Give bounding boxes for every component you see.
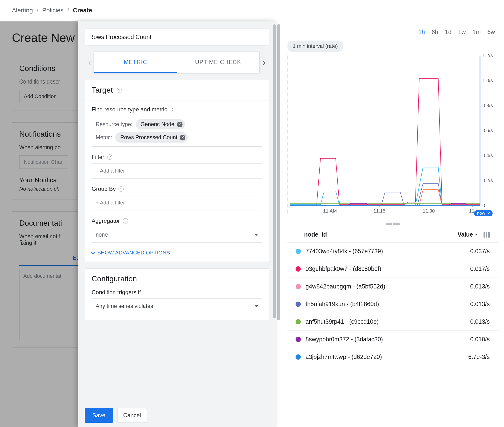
svg-text:11 AM: 11 AM	[323, 208, 337, 214]
legend-swatch	[295, 319, 301, 324]
legend-row[interactable]: g4w842baupgqm - (a5bf552d)0.013/s	[287, 278, 499, 295]
svg-text:0.4/s: 0.4/s	[482, 153, 493, 158]
panel-footer: Save Cancel	[78, 404, 276, 427]
resource-type-value: Generic Node	[141, 121, 174, 128]
panel-scrollbar[interactable]	[273, 24, 276, 427]
time-range-6w[interactable]: 6w	[487, 29, 495, 36]
time-range-1w[interactable]: 1w	[458, 29, 466, 36]
remove-chip-icon[interactable]: ✕	[177, 122, 182, 127]
condition-triggers-select[interactable]: Any time series violates	[92, 298, 262, 314]
crumb-create: Create	[73, 7, 92, 14]
configuration-card: Configuration Condition triggers if Any …	[85, 268, 269, 320]
modal-backdrop	[0, 21, 78, 427]
legend-swatch	[295, 284, 301, 289]
legend-col-value[interactable]: Value	[458, 231, 478, 238]
interval-chip: 1 min interval (rate)	[287, 41, 343, 52]
target-card: Target ? Find resource type and metric ?…	[85, 80, 269, 262]
time-range-selector: 1h6h1d1w1m6w	[287, 26, 499, 41]
chart-area[interactable]: 1.2/s1.0/s0.8/s0.6/s0.4/s0.2/s011 AM11:1…	[287, 53, 499, 215]
svg-text:1.2/s: 1.2/s	[482, 53, 493, 58]
time-range-1d[interactable]: 1d	[445, 29, 452, 36]
time-range-1m[interactable]: 1m	[472, 29, 481, 36]
breadcrumb: Alerting / Policies / Create	[0, 0, 504, 19]
legend-value: 0.010/s	[470, 336, 490, 343]
legend-swatch	[295, 337, 301, 342]
svg-text:11:30: 11:30	[423, 208, 435, 214]
tab-uptime-check[interactable]: UPTIME CHECK	[177, 52, 259, 73]
svg-text:11:15: 11:15	[373, 208, 385, 214]
legend-row[interactable]: 8swypbbr0m372 - (3dafac30)0.010/s	[287, 331, 499, 348]
legend-node: fh5ufah919kun - (b4f2860d)	[306, 301, 470, 307]
caret-down-icon	[255, 305, 258, 307]
legend-row[interactable]: 77403wq4ty84k - (657e7739)0.037/s	[287, 243, 499, 260]
help-icon[interactable]: ?	[107, 154, 112, 160]
chart-scrollbar[interactable]	[277, 24, 280, 320]
group-by-label: Group By	[92, 186, 116, 192]
sort-desc-icon	[475, 234, 478, 235]
close-icon[interactable]: ✕	[487, 211, 490, 216]
drag-handle-icon[interactable]: ▬▬	[287, 219, 499, 226]
column-config-icon[interactable]	[483, 232, 490, 237]
legend-row[interactable]: fh5ufah919kun - (b4f2860d)0.013/s	[287, 295, 499, 313]
condition-panel: ‹ METRIC UPTIME CHECK › Target ? Find re…	[78, 21, 276, 427]
legend-swatch	[295, 249, 301, 254]
time-range-6h[interactable]: 6h	[432, 29, 438, 36]
aggregator-value: none	[96, 232, 108, 238]
line-chart: 1.2/s1.0/s0.8/s0.6/s0.4/s0.2/s011 AM11:1…	[288, 53, 499, 215]
now-pill[interactable]: now ✕	[474, 210, 493, 216]
metric-selector[interactable]: Resource type: Generic Node ✕ Metric: Ro…	[92, 116, 262, 147]
help-icon[interactable]: ?	[119, 186, 124, 192]
cancel-button[interactable]: Cancel	[117, 408, 147, 423]
help-icon[interactable]: ?	[123, 218, 128, 223]
tab-nav-prev[interactable]: ‹	[85, 58, 94, 68]
filter-input[interactable]	[92, 163, 262, 178]
crumb-alerting[interactable]: Alerting	[12, 7, 33, 14]
legend-rows: 77403wq4ty84k - (657e7739)0.037/s03guhbf…	[287, 243, 499, 366]
chevron-down-icon	[91, 250, 95, 254]
resource-type-key: Resource type:	[96, 121, 133, 128]
svg-text:0.6/s: 0.6/s	[482, 128, 493, 133]
legend-value: 0.013/s	[470, 318, 490, 325]
tab-nav-next[interactable]: ›	[259, 58, 269, 68]
condition-triggers-label: Condition triggers if	[92, 289, 141, 296]
legend-swatch	[295, 266, 301, 272]
tab-metric[interactable]: METRIC	[94, 52, 177, 73]
legend-swatch	[295, 302, 301, 307]
legend-header: node_id Value	[287, 226, 499, 243]
metric-value: Rows Processed Count	[120, 134, 177, 141]
crumb-sep: /	[37, 7, 38, 14]
show-advanced-options-link[interactable]: SHOW ADVANCED OPTIONS	[92, 250, 262, 256]
now-label: now	[477, 211, 485, 216]
legend-value: 0.037/s	[470, 248, 490, 255]
legend-value: 0.013/s	[470, 301, 490, 307]
help-icon[interactable]: ?	[117, 88, 122, 93]
legend-row[interactable]: anf5hut39rp41 - (c9ccd10e)0.013/s	[287, 313, 499, 331]
legend-value: 6.7e-3/s	[468, 353, 490, 360]
filter-label: Filter	[92, 154, 104, 160]
crumb-policies[interactable]: Policies	[42, 7, 64, 14]
legend-value: 0.017/s	[470, 265, 490, 272]
svg-text:0: 0	[482, 203, 485, 208]
crumb-sep: /	[67, 7, 69, 14]
legend-row[interactable]: a3jpjzh7mtwwp - (d62de720)6.7e-3/s	[287, 348, 499, 366]
aggregator-select[interactable]: none	[92, 227, 262, 243]
svg-text:0.2/s: 0.2/s	[482, 178, 493, 183]
find-metric-label: Find resource type and metric	[92, 106, 167, 113]
legend-node: a3jpjzh7mtwwp - (d62de720)	[306, 353, 468, 360]
metric-key: Metric:	[96, 134, 112, 141]
legend-row[interactable]: 03guhbfpak0w7 - (d8c80bef)0.017/s	[287, 260, 499, 278]
condition-name-input[interactable]	[85, 29, 269, 46]
remove-chip-icon[interactable]: ✕	[180, 135, 185, 140]
chart-pane: 1h6h1d1w1m6w 1 min interval (rate) 1.2/s…	[276, 21, 504, 427]
legend-col-node[interactable]: node_id	[304, 231, 458, 238]
configuration-heading: Configuration	[92, 274, 137, 283]
condition-triggers-value: Any time series violates	[96, 303, 153, 309]
group-by-input[interactable]	[92, 195, 262, 210]
time-range-1h[interactable]: 1h	[418, 29, 425, 36]
target-heading: Target	[92, 86, 113, 94]
legend-swatch	[295, 354, 301, 360]
svg-text:1.0/s: 1.0/s	[482, 78, 493, 83]
show-advanced-options-label: SHOW ADVANCED OPTIONS	[97, 250, 170, 256]
save-button[interactable]: Save	[85, 408, 113, 423]
help-icon[interactable]: ?	[170, 107, 175, 112]
